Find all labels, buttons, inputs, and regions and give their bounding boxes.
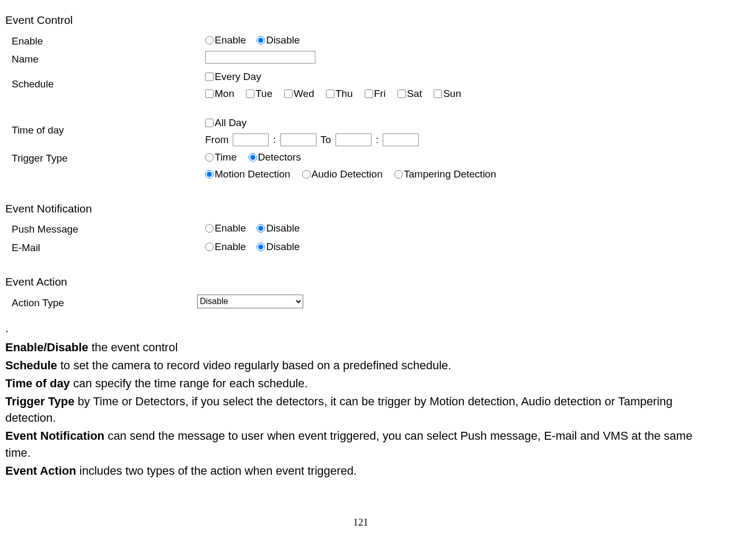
radio-det-motion-text: Motion Detection [215,167,290,182]
radio-enable-disable-input[interactable] [257,36,265,45]
time-from-hh[interactable] [233,134,269,146]
label-trigger: Trigger Type [5,150,205,166]
check-everyday-input[interactable] [205,73,214,81]
radio-trigger-detectors-input[interactable] [249,153,257,162]
radio-email-disable-input[interactable] [257,243,265,251]
desc-l5b: Event Notification [5,429,104,442]
radio-enable-disable-text: Disable [266,33,299,48]
description-area: . Enable/Disable the event control Sched… [5,320,716,479]
label-actiontype: Action Type [5,295,197,311]
check-thu[interactable]: Thu [326,86,353,102]
check-tue[interactable]: Tue [246,86,272,102]
desc-l3b: Time of day [5,377,70,390]
radio-enable-enable[interactable]: Enable [205,33,246,48]
time-from-mm[interactable] [280,134,316,146]
desc-l5: can send the message to user when event … [5,429,692,459]
section-event-action: Event Action [5,273,716,290]
desc-l1: the event control [89,341,178,354]
label-enable: Enable [5,33,205,49]
desc-l6b: Event Action [5,464,76,477]
time-colon2: : [376,132,378,148]
radio-push-enable-text: Enable [215,221,246,236]
label-email: E-Mail [5,239,205,256]
desc-l1b: Enable/Disable [5,341,89,354]
check-fri[interactable]: Fri [365,86,386,102]
radio-push-enable-input[interactable] [205,224,214,233]
time-from-label: From [205,132,228,148]
desc-line-5: Event Notification can send the message … [5,428,716,461]
desc-l4b: Trigger Type [5,395,74,408]
check-mon-input[interactable] [205,90,214,98]
check-sat-input[interactable] [398,90,406,98]
check-wed[interactable]: Wed [284,86,314,102]
row-trigger: Trigger Type Time Detectors Motion Detec… [5,150,716,182]
check-tue-input[interactable] [246,90,254,98]
label-schedule: Schedule [5,69,205,92]
radio-push-disable-input[interactable] [257,224,265,233]
check-everyday[interactable]: Every Day [205,69,261,85]
check-thu-text: Thu [336,86,353,102]
section-event-control: Event Control [5,12,716,29]
radio-enable-enable-input[interactable] [205,36,214,45]
radio-det-audio-text: Audio Detection [312,167,383,182]
check-sat[interactable]: Sat [398,86,422,102]
time-to-mm[interactable] [383,134,419,146]
row-timeofday: Time of day All Day From : To : [5,115,716,148]
check-allday-text: All Day [215,115,246,131]
check-fri-input[interactable] [365,90,373,98]
radio-email-disable[interactable]: Disable [257,239,299,255]
check-sat-text: Sat [407,86,422,102]
time-colon1: : [273,132,276,148]
radio-trigger-detectors-text: Detectors [258,150,301,165]
check-fri-text: Fri [374,86,386,102]
radio-email-disable-text: Disable [266,239,299,255]
radio-push-disable[interactable]: Disable [257,221,299,236]
action-type-select[interactable]: Disable [197,295,303,308]
desc-dot: . [5,320,716,337]
desc-line-1: Enable/Disable the event control [5,339,716,356]
radio-trigger-time-input[interactable] [205,153,214,162]
check-sun-text: Sun [443,86,461,102]
name-input[interactable] [205,51,315,64]
row-email: E-Mail Enable Disable [5,239,716,256]
radio-det-audio[interactable]: Audio Detection [302,167,383,182]
radio-det-motion[interactable]: Motion Detection [205,167,290,182]
check-sun-input[interactable] [434,90,442,98]
radio-push-enable[interactable]: Enable [205,221,246,236]
check-mon-text: Mon [215,86,234,102]
radio-trigger-time[interactable]: Time [205,150,237,165]
radio-trigger-detectors[interactable]: Detectors [249,150,301,165]
page-number: 121 [5,517,716,528]
row-schedule: Schedule Every Day Mon Tue Wed Thu Fri S… [5,69,716,102]
check-sun[interactable]: Sun [434,86,461,102]
radio-email-enable-input[interactable] [205,243,214,251]
desc-line-6: Event Action includes two types of the a… [5,463,716,479]
radio-det-motion-input[interactable] [205,170,214,179]
check-tue-text: Tue [255,86,272,102]
desc-l2: to set the camera to record video regula… [57,359,452,372]
check-allday[interactable]: All Day [205,115,246,131]
desc-l2b: Schedule [5,359,57,372]
time-to-hh[interactable] [336,134,372,146]
radio-enable-enable-text: Enable [215,33,246,48]
section-event-notification: Event Notification [5,200,716,217]
radio-det-audio-input[interactable] [302,170,311,179]
label-timeofday: Time of day [5,115,205,138]
time-to-label: To [321,132,331,148]
row-enable: Enable Enable Disable [5,33,716,49]
radio-email-enable[interactable]: Enable [205,239,246,255]
radio-det-tamper[interactable]: Tampering Detection [394,167,496,182]
check-thu-input[interactable] [326,90,334,98]
check-mon[interactable]: Mon [205,86,234,102]
label-name: Name [5,51,205,67]
check-wed-input[interactable] [284,90,293,98]
check-allday-input[interactable] [205,119,214,127]
form-area: Event Control Enable Enable Disable Name… [5,12,716,310]
radio-enable-disable[interactable]: Disable [257,33,299,48]
desc-l4: by Time or Detectors, if you select the … [5,395,673,425]
desc-l3: can specify the time range for each sche… [70,377,308,390]
radio-det-tamper-input[interactable] [394,170,403,179]
radio-email-enable-text: Enable [215,239,246,255]
desc-line-2: Schedule to set the camera to record vid… [5,357,716,374]
radio-trigger-time-text: Time [215,150,237,165]
